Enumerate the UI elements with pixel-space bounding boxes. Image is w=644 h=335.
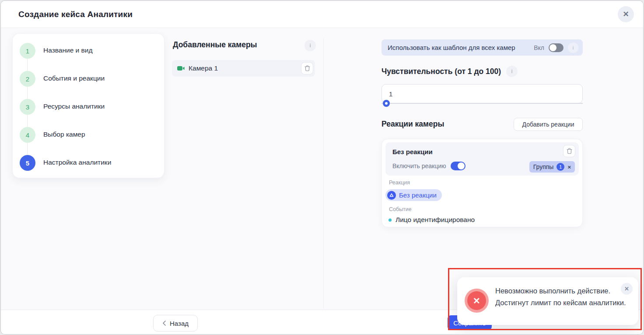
error-x-icon: ✕: [467, 291, 486, 310]
event-value-text: Лицо идентифицировано: [396, 216, 475, 224]
template-toggle[interactable]: [549, 43, 564, 52]
trash-icon: [567, 148, 572, 154]
toast-close-button[interactable]: ✕: [621, 283, 633, 295]
step-2-circle[interactable]: 2: [20, 71, 35, 87]
trash-icon: [304, 65, 310, 71]
step-1-circle[interactable]: 1: [20, 43, 35, 59]
toast-message: Невозможно выполнить действие. Достигнут…: [495, 285, 626, 309]
camera-icon: [177, 66, 185, 71]
step-5-label[interactable]: Настройка аналитики: [43, 159, 111, 166]
enable-reaction-toggle[interactable]: [451, 162, 466, 170]
back-button[interactable]: Назад: [153, 315, 198, 331]
delete-camera-button[interactable]: [301, 62, 313, 74]
camera-list-item[interactable]: Камера 1: [172, 60, 315, 77]
template-banner: Использовать как шаблон для всех камер В…: [382, 39, 583, 56]
dialog-header: Создание кейса Аналитики ✕: [1, 1, 643, 28]
info-icon: i: [310, 42, 311, 49]
reaction-field-label: Реакция: [389, 180, 410, 186]
info-icon: i: [573, 45, 574, 50]
chevron-left-icon: [162, 321, 166, 326]
toggle-knob: [550, 44, 556, 51]
groups-chip[interactable]: Группы 1 ×: [529, 161, 575, 173]
delete-reaction-button[interactable]: [563, 145, 575, 157]
sensitivity-slider-track[interactable]: [382, 103, 583, 104]
create-analytics-case-dialog: Создание кейса Аналитики ✕ 1 Название и …: [0, 0, 644, 335]
camera-name: Камера 1: [189, 64, 301, 72]
reaction-value-text: Без реакции: [399, 191, 437, 199]
step-3-circle[interactable]: 3: [20, 99, 35, 115]
no-reaction-icon: [387, 191, 396, 200]
info-icon: i: [511, 68, 513, 74]
groups-count-badge: 1: [556, 163, 564, 171]
close-button[interactable]: ✕: [618, 6, 634, 22]
remove-groups-icon[interactable]: ×: [567, 164, 571, 170]
close-icon: ✕: [624, 286, 629, 292]
enable-reaction-label: Включить реакцию: [392, 162, 446, 169]
back-button-label: Назад: [170, 320, 189, 327]
sensitivity-title: Чувствительность (от 1 до 100): [382, 67, 501, 76]
template-banner-label: Использовать как шаблон для всех камер: [388, 44, 534, 51]
toggle-knob: [458, 162, 465, 169]
event-field-label: Событие: [389, 206, 412, 212]
wizard-stepper: 1 Название и вид 2 События и реакции 3 Р…: [12, 33, 164, 178]
sensitivity-info-button[interactable]: i: [506, 66, 518, 77]
close-icon: ✕: [623, 11, 629, 18]
dialog-title: Создание кейса Аналитики: [18, 10, 133, 19]
error-toast: ✕ Невозможно выполнить действие. Достигн…: [457, 277, 638, 325]
sensitivity-input[interactable]: [382, 84, 583, 103]
reaction-value-chip[interactable]: Без реакции: [385, 189, 442, 201]
step-4-label[interactable]: Выбор камер: [43, 130, 85, 138]
step-2-label[interactable]: События и реакции: [43, 74, 105, 82]
event-bullet-icon: [388, 219, 392, 222]
event-row: Лицо идентифицировано: [388, 216, 475, 224]
step-4-circle[interactable]: 4: [20, 127, 35, 143]
step-3-label[interactable]: Ресурсы аналитики: [43, 102, 105, 110]
added-cameras-info-button[interactable]: i: [304, 40, 316, 51]
panel-divider: [323, 38, 324, 309]
reaction-card-title: Без реакции: [392, 148, 433, 155]
camera-reactions-title: Реакции камеры: [382, 120, 444, 129]
groups-chip-label: Группы: [533, 163, 554, 170]
reaction-card-header: Без реакции Включить реакцию Группы 1 ×: [385, 142, 579, 176]
added-cameras-title: Добавленные камеры: [173, 40, 257, 49]
error-icon: ✕: [465, 289, 489, 313]
add-reactions-button[interactable]: Добавить реакции: [514, 118, 583, 131]
step-5-circle[interactable]: 5: [20, 155, 35, 171]
step-1-label[interactable]: Название и вид: [43, 46, 92, 54]
template-toggle-label: Вкл: [534, 44, 544, 51]
sensitivity-slider-thumb[interactable]: [383, 100, 390, 107]
reaction-card: Без реакции Включить реакцию Группы 1 × …: [382, 139, 583, 227]
template-info-button[interactable]: i: [568, 42, 578, 53]
